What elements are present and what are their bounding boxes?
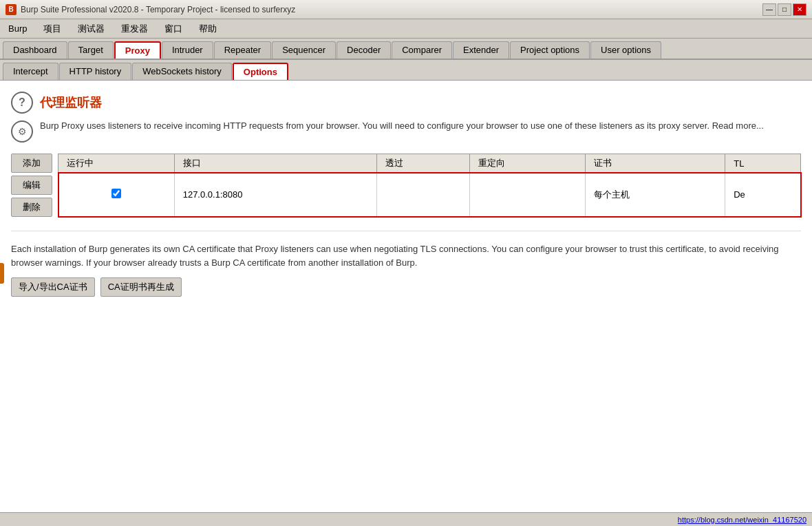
section-description: Burp Proxy uses listeners to receive inc… bbox=[40, 119, 801, 133]
import-export-ca-button[interactable]: 导入/导出CA证书 bbox=[11, 277, 95, 297]
gear-icon: ⚙ bbox=[11, 120, 33, 143]
question-icon: ? bbox=[11, 92, 33, 114]
title-bar-left: B Burp Suite Professional v2020.8 - Temp… bbox=[6, 4, 295, 15]
interface-cell: 127.0.0.1:8080 bbox=[174, 173, 377, 217]
status-url[interactable]: https://blog.csdn.net/weixin_41167520 bbox=[678, 516, 806, 524]
minimize-button[interactable]: — bbox=[762, 3, 776, 16]
tab-dashboard[interactable]: Dashboard bbox=[3, 41, 67, 59]
proxy-listeners-table: 运行中 接口 透过 重定向 证书 TL 127.0.0.1:8080 每个主机 bbox=[58, 154, 801, 217]
subtab-http-history[interactable]: HTTP history bbox=[59, 63, 132, 80]
cert-section: Each installation of Burp generates its … bbox=[11, 231, 801, 297]
tab-proxy[interactable]: Proxy bbox=[114, 41, 161, 59]
col-redirect: 重定向 bbox=[469, 154, 586, 173]
section-description-row: ⚙ Burp Proxy uses listeners to receive i… bbox=[11, 119, 801, 143]
title-bar: B Burp Suite Professional v2020.8 - Temp… bbox=[0, 0, 812, 19]
maximize-button[interactable]: □ bbox=[778, 3, 791, 16]
subtab-websockets-history[interactable]: WebSockets history bbox=[132, 63, 232, 80]
main-tab-bar: Dashboard Target Proxy Intruder Repeater… bbox=[0, 39, 812, 60]
menu-project[interactable]: 项目 bbox=[41, 21, 64, 36]
table-row[interactable]: 127.0.0.1:8080 每个主机 De bbox=[58, 173, 801, 217]
tab-comparer[interactable]: Comparer bbox=[392, 41, 452, 59]
running-checkbox[interactable] bbox=[111, 189, 121, 198]
tab-repeater[interactable]: Repeater bbox=[214, 41, 271, 59]
tab-user-options[interactable]: User options bbox=[590, 41, 661, 59]
cert-buttons: 导入/导出CA证书 CA证明书再生成 bbox=[11, 277, 801, 297]
menu-repeater[interactable]: 重发器 bbox=[118, 21, 151, 36]
app-icon: B bbox=[6, 4, 17, 15]
tab-decoder[interactable]: Decoder bbox=[336, 41, 391, 59]
left-edge-indicator bbox=[0, 263, 4, 284]
delete-button[interactable]: 删除 bbox=[11, 198, 52, 217]
subtab-options[interactable]: Options bbox=[233, 63, 288, 80]
col-cert: 证书 bbox=[586, 154, 725, 173]
add-button[interactable]: 添加 bbox=[11, 154, 52, 173]
regen-ca-button[interactable]: CA证明书再生成 bbox=[100, 277, 182, 297]
edit-button[interactable]: 编辑 bbox=[11, 176, 52, 195]
tab-sequencer[interactable]: Sequencer bbox=[272, 41, 336, 59]
section-header: ? 代理监听器 bbox=[11, 92, 801, 114]
window-title: Burp Suite Professional v2020.8 - Tempor… bbox=[21, 5, 295, 14]
tab-extender[interactable]: Extender bbox=[453, 41, 509, 59]
window-controls: — □ ✕ bbox=[762, 3, 806, 16]
col-tls: TL bbox=[725, 154, 801, 173]
menu-bar: Burp 项目 测试器 重发器 窗口 帮助 bbox=[0, 19, 812, 39]
col-through: 透过 bbox=[377, 154, 469, 173]
menu-window[interactable]: 窗口 bbox=[162, 21, 185, 36]
tab-intruder[interactable]: Intruder bbox=[162, 41, 213, 59]
section-title: 代理监听器 bbox=[40, 94, 102, 111]
main-content: ? 代理监听器 ⚙ Burp Proxy uses listeners to r… bbox=[0, 81, 812, 518]
tab-project-options[interactable]: Project options bbox=[510, 41, 590, 59]
status-bar: https://blog.csdn.net/weixin_41167520 bbox=[0, 512, 812, 526]
sub-tab-bar: Intercept HTTP history WebSockets histor… bbox=[0, 60, 812, 81]
col-interface: 接口 bbox=[174, 154, 377, 173]
tls-cell: De bbox=[725, 173, 801, 217]
menu-tester[interactable]: 测试器 bbox=[75, 21, 107, 36]
table-header-row: 运行中 接口 透过 重定向 证书 TL bbox=[58, 154, 801, 173]
redirect-cell bbox=[469, 173, 586, 217]
table-buttons: 添加 编辑 删除 bbox=[11, 154, 52, 217]
running-cell[interactable] bbox=[58, 173, 175, 217]
menu-burp[interactable]: Burp bbox=[6, 22, 30, 35]
col-running: 运行中 bbox=[58, 154, 175, 173]
through-cell bbox=[377, 173, 469, 217]
menu-help[interactable]: 帮助 bbox=[196, 21, 220, 36]
cert-cell: 每个主机 bbox=[586, 173, 725, 217]
cert-description: Each installation of Burp generates its … bbox=[11, 242, 801, 269]
table-container: 添加 编辑 删除 运行中 接口 透过 重定向 证书 TL bbox=[11, 154, 801, 217]
subtab-intercept[interactable]: Intercept bbox=[3, 63, 58, 80]
close-button[interactable]: ✕ bbox=[793, 3, 806, 16]
tab-target[interactable]: Target bbox=[68, 41, 114, 59]
